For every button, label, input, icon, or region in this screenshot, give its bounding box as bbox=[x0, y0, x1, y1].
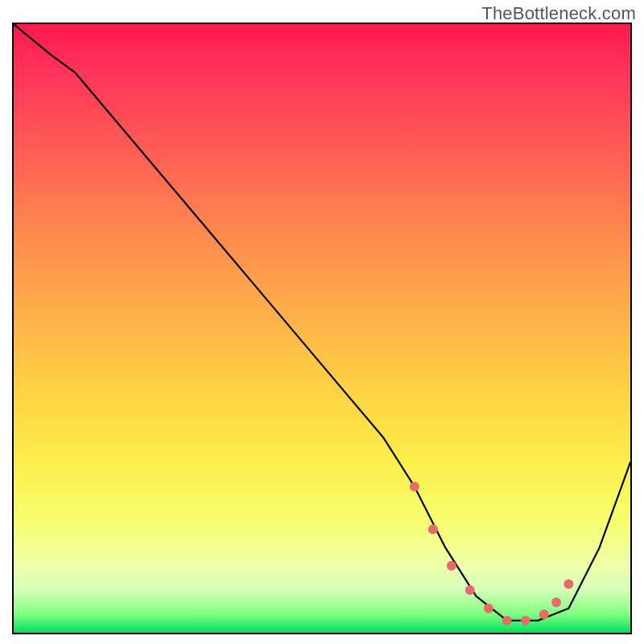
highlight-dot bbox=[502, 616, 512, 625]
highlight-dot bbox=[539, 609, 549, 619]
highlight-dot bbox=[465, 585, 475, 595]
curve-layer bbox=[14, 24, 630, 633]
highlight-dot bbox=[447, 561, 456, 571]
chart-frame: TheBottleneck.com bbox=[0, 0, 644, 644]
attribution-label: TheBottleneck.com bbox=[481, 3, 636, 24]
highlight-dot bbox=[410, 482, 419, 492]
bottleneck-curve bbox=[14, 24, 630, 621]
highlight-dot bbox=[428, 525, 438, 535]
highlight-dot bbox=[521, 616, 530, 625]
plot-area bbox=[12, 23, 632, 634]
highlight-dot bbox=[551, 597, 561, 607]
highlight-dot bbox=[564, 580, 573, 589]
highlight-dots bbox=[410, 482, 573, 625]
highlight-dot bbox=[484, 604, 493, 613]
